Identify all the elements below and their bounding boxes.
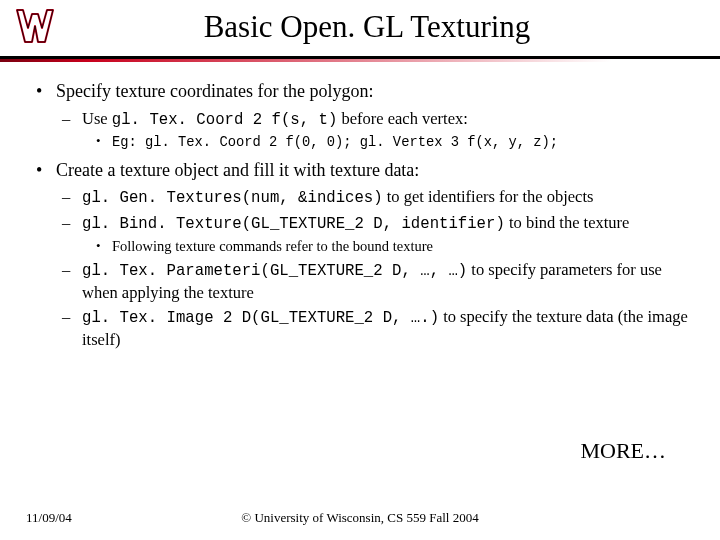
code-teximage: gl. Tex. Image 2 D(GL_TEXTURE_2 D, ….) bbox=[82, 309, 439, 327]
text: Following texture commands refer to the … bbox=[112, 238, 433, 254]
text-post: before each vertex: bbox=[337, 109, 468, 128]
sub-bindtexture: gl. Bind. Texture(GL_TEXTURE_2 D, identi… bbox=[56, 212, 692, 256]
bullet-create-texture: Create a texture object and fill it with… bbox=[34, 159, 692, 351]
sub-teximage: gl. Tex. Image 2 D(GL_TEXTURE_2 D, ….) t… bbox=[56, 306, 692, 350]
code-eg: Eg: gl. Tex. Coord 2 f(0, 0); gl. Vertex… bbox=[112, 135, 558, 150]
code-gentextures: gl. Gen. Textures(num, &indices) bbox=[82, 189, 383, 207]
slide-body: Specify texture coordinates for the poly… bbox=[0, 62, 720, 351]
bullet-specify-coords: Specify texture coordinates for the poly… bbox=[34, 80, 692, 153]
bullet-text: Specify texture coordinates for the poly… bbox=[56, 81, 373, 101]
title-underline bbox=[0, 56, 720, 62]
more-text: MORE… bbox=[580, 438, 666, 464]
footer-copyright: © University of Wisconsin, CS 559 Fall 2… bbox=[0, 510, 720, 526]
code-texcoord: gl. Tex. Coord 2 f(s, t) bbox=[112, 111, 338, 129]
sub-gentextures: gl. Gen. Textures(num, &indices) to get … bbox=[56, 186, 692, 209]
sub-texcoord: Use gl. Tex. Coord 2 f(s, t) before each… bbox=[56, 108, 692, 153]
bullet-text: Create a texture object and fill it with… bbox=[56, 160, 419, 180]
code-texparameter: gl. Tex. Parameteri(GL_TEXTURE_2 D, …, …… bbox=[82, 262, 467, 280]
subsub-eg: Eg: gl. Tex. Coord 2 f(0, 0); gl. Vertex… bbox=[82, 132, 692, 152]
slide-header: Basic Open. GL Texturing bbox=[0, 0, 720, 46]
subsub-following: Following texture commands refer to the … bbox=[82, 237, 692, 256]
text-post: to get identifiers for the objects bbox=[383, 187, 594, 206]
code-bindtexture: gl. Bind. Texture(GL_TEXTURE_2 D, identi… bbox=[82, 215, 505, 233]
sub-texparameter: gl. Tex. Parameteri(GL_TEXTURE_2 D, …, …… bbox=[56, 259, 692, 303]
slide-footer: © University of Wisconsin, CS 559 Fall 2… bbox=[0, 510, 720, 526]
footer-date: 11/09/04 bbox=[26, 510, 72, 526]
text-pre: Use bbox=[82, 109, 112, 128]
slide-title: Basic Open. GL Texturing bbox=[14, 9, 720, 45]
text-post: to bind the texture bbox=[505, 213, 630, 232]
